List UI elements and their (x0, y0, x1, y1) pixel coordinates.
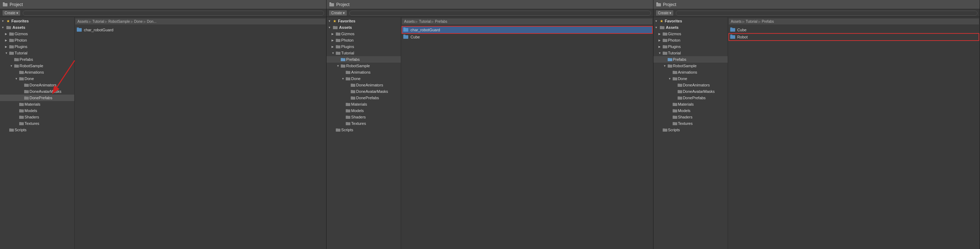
tree-item-textures[interactable]: Textures (654, 120, 728, 127)
favorites-header[interactable]: ▼ ★ Favorites (654, 18, 728, 24)
favorites-header[interactable]: ▼ ★ Favorites (326, 18, 401, 24)
breadcrumb-item[interactable]: RobotSample (108, 19, 130, 24)
tree-item-label: Materials (351, 102, 367, 106)
tree-item-label: Plugins (341, 45, 354, 49)
tree-item-shaders[interactable]: Shaders (0, 114, 74, 120)
breadcrumb-item[interactable]: Prefabs (762, 19, 774, 24)
breadcrumb-item[interactable]: Tutorial (746, 19, 757, 24)
tree-item-shaders[interactable]: Shaders (326, 114, 401, 120)
svg-rect-6 (9, 39, 14, 42)
tree-item-robotsample[interactable]: ▼ RobotSample (326, 62, 401, 69)
tree-item-textures[interactable]: Textures (0, 120, 74, 127)
tree-item-doneanimators[interactable]: DoneAnimators (0, 82, 74, 88)
tree-item-plugins[interactable]: ▶ Plugins (654, 43, 728, 50)
folder-icon (9, 51, 14, 55)
tree-item-tutorial[interactable]: ▼ Tutorial (0, 50, 74, 56)
tree-item-materials[interactable]: Materials (654, 101, 728, 107)
tree-item-textures[interactable]: Textures (326, 120, 401, 127)
tree-item-tutorial[interactable]: ▼ Tutorial (654, 50, 728, 56)
tree-item-animations[interactable]: Animations (326, 69, 401, 75)
svg-rect-53 (341, 58, 343, 59)
tree-item-doneavatarmasks[interactable]: DoneAvatarMasks (326, 88, 401, 95)
create-button[interactable]: Create ▾ (329, 10, 347, 16)
tree-item-shaders[interactable]: Shaders (654, 114, 728, 120)
tree-item-label: DoneAnimators (30, 83, 57, 87)
arrow-icon: ▼ (2, 26, 5, 29)
create-button[interactable]: Create ▾ (655, 10, 674, 16)
svg-rect-3 (6, 26, 8, 26)
breadcrumb-item[interactable]: Assets (404, 19, 415, 24)
tree-item-robotsample[interactable]: ▼ RobotSample (654, 62, 728, 69)
assets-header[interactable]: ▼ Assets (0, 24, 74, 30)
assets-header[interactable]: ▼ Assets (654, 24, 728, 30)
tree-arrow-icon: ▶ (5, 32, 8, 35)
tree-item-models[interactable]: Models (0, 107, 74, 114)
tree-item-label: Animations (351, 70, 370, 74)
tree-item-prefabs[interactable]: Prefabs (0, 56, 74, 62)
tree-item-photon[interactable]: ▶ Photon (654, 37, 728, 43)
tree-item-photon[interactable]: ▶ Photon (0, 37, 74, 43)
breadcrumb-item[interactable]: Don... (147, 19, 157, 24)
folder-icon (341, 57, 345, 62)
tree-item-photon[interactable]: ▶ Photon (326, 37, 401, 43)
tree-item-doneprefabs[interactable]: DonePrefabs (0, 95, 74, 101)
tree-item-doneavatarmasks[interactable]: DoneAvatarMasks (0, 88, 74, 95)
search-input[interactable] (349, 11, 651, 16)
tree-item-label: DoneAvatarMasks (683, 89, 715, 94)
tree-item-doneprefabs[interactable]: DonePrefabs (654, 95, 728, 101)
tree-item-done[interactable]: ▼ Done (654, 75, 728, 82)
tree-item-prefabs[interactable]: Prefabs (654, 56, 728, 62)
panel-1: ProjectCreate ▾ ▼ ★ Favorites ▼ Assets ▶… (0, 0, 326, 249)
folder-icon (24, 89, 29, 94)
tree-item-gizmos[interactable]: ▶ Gizmos (0, 30, 74, 37)
tree-item-doneprefabs[interactable]: DonePrefabs (326, 95, 401, 101)
tree-item-materials[interactable]: Materials (326, 101, 401, 107)
svg-rect-85 (663, 32, 665, 33)
tree-item-tutorial[interactable]: ▼ Tutorial (326, 50, 401, 56)
assets-label: Assets (339, 25, 352, 30)
tree-item-plugins[interactable]: ▶ Plugins (0, 43, 74, 50)
favorites-header[interactable]: ▼ ★ Favorites (0, 18, 74, 24)
right-pane-item-cube[interactable]: Cube (402, 34, 652, 41)
search-input[interactable] (23, 11, 325, 16)
tree-item-label: DonePrefabs (30, 96, 52, 100)
search-input[interactable] (676, 11, 977, 16)
assets-header[interactable]: ▼ Assets (326, 24, 401, 30)
tree-item-doneavatarmasks[interactable]: DoneAvatarMasks (654, 88, 728, 95)
breadcrumb-item[interactable]: Tutorial (419, 19, 431, 24)
tree-item-animations[interactable]: Animations (0, 69, 74, 75)
folder-icon (336, 32, 340, 36)
tree-item-label: Tutorial (14, 51, 27, 55)
breadcrumb-separator: ▶ (89, 19, 92, 24)
favorites-label: Favorites (11, 19, 29, 23)
breadcrumb-item[interactable]: Assets (78, 19, 88, 24)
tree-item-scripts[interactable]: Scripts (326, 127, 401, 133)
tree-item-robotsample[interactable]: ▼ RobotSample (0, 62, 74, 69)
right-pane-item-cube[interactable]: Cube (729, 26, 979, 34)
svg-rect-98 (673, 78, 677, 80)
svg-rect-106 (673, 103, 677, 106)
tree-item-animations[interactable]: Animations (654, 69, 728, 75)
breadcrumb-item[interactable]: Tutorial (92, 19, 104, 24)
tree-item-models[interactable]: Models (654, 107, 728, 114)
tree-item-doneanimators[interactable]: DoneAnimators (326, 82, 401, 88)
tree-item-materials[interactable]: Materials (0, 101, 74, 107)
breadcrumb-item[interactable]: Done (134, 19, 143, 24)
tree-item-done[interactable]: ▼ Done (0, 75, 74, 82)
right-pane-item-char_robotguard[interactable]: char_robotGuard (75, 26, 326, 34)
tree-item-gizmos[interactable]: ▶ Gizmos (654, 30, 728, 37)
breadcrumb: Assets ▶ Tutorial ▶ Prefabs (402, 19, 652, 25)
tree-item-prefabs[interactable]: Prefabs (326, 56, 401, 62)
right-pane-item-robot[interactable]: Robot (729, 34, 979, 41)
tree-item-doneanimators[interactable]: DoneAnimators (654, 82, 728, 88)
tree-item-plugins[interactable]: ▶ Plugins (326, 43, 401, 50)
tree-item-scripts[interactable]: Scripts (0, 127, 74, 133)
tree-item-models[interactable]: Models (326, 107, 401, 114)
create-button[interactable]: Create ▾ (2, 10, 21, 16)
tree-item-scripts[interactable]: Scripts (654, 127, 728, 133)
tree-item-done[interactable]: ▼ Done (326, 75, 401, 82)
breadcrumb-item[interactable]: Prefabs (435, 19, 447, 24)
breadcrumb-item[interactable]: Assets (731, 19, 741, 24)
tree-item-gizmos[interactable]: ▶ Gizmos (326, 30, 401, 37)
right-pane-item-char_robotguard[interactable]: char_robotGuard (402, 26, 652, 34)
